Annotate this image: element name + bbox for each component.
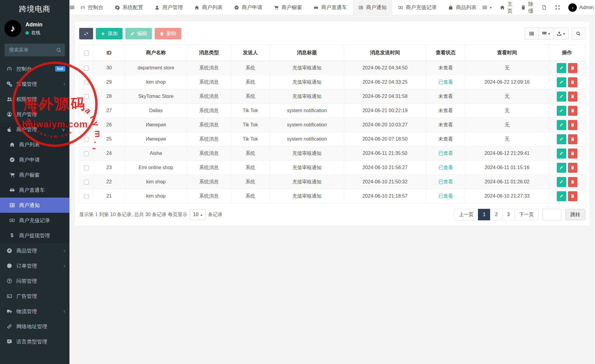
delete-row-button[interactable] (568, 191, 577, 201)
edit-row-button[interactable] (557, 191, 566, 201)
row-checkbox[interactable] (84, 80, 89, 85)
sidebar-item-merchant-recharge-records[interactable]: 商户充值记录 (0, 213, 69, 228)
edit-row-button[interactable] (557, 120, 566, 130)
row-checkbox[interactable] (84, 137, 89, 142)
delete-row-button[interactable] (568, 120, 577, 130)
delete-row-button[interactable] (568, 163, 577, 173)
edit-row-button[interactable] (557, 177, 566, 187)
plus-icon (101, 32, 105, 36)
edit-row-button[interactable] (557, 77, 566, 87)
edit-button[interactable]: 编辑 (125, 28, 152, 39)
sidebar-item-merchant-withdraw-mgmt[interactable]: $商户提现管理 (0, 228, 69, 243)
sidebar-item-general-mgmt[interactable]: 常规管理‹ (0, 76, 69, 92)
page-button-2[interactable]: 2 (490, 209, 503, 220)
truck-icon (6, 309, 13, 314)
cell-status: 已查看 (426, 161, 466, 175)
row-checkbox[interactable] (84, 151, 89, 156)
row-checkbox[interactable] (84, 194, 89, 199)
delete-row-button[interactable] (568, 77, 577, 87)
tab-user-mgmt[interactable]: 用户管理 (149, 0, 189, 15)
sidebar-item-merchant-apply[interactable]: 商户申请 (0, 152, 69, 167)
sidebar-item-product-mgmt[interactable]: 商品管理‹ (0, 243, 69, 258)
toggle-pagination-button[interactable] (525, 28, 539, 40)
columns-button[interactable]: ▾ (538, 28, 554, 40)
fullscreen-button[interactable] (555, 5, 560, 10)
delete-row-button[interactable] (568, 92, 577, 102)
row-checkbox[interactable] (84, 180, 89, 185)
edit-row-button[interactable] (557, 106, 566, 116)
tab-merchant-apply[interactable]: 商户申请 (228, 0, 268, 15)
page-button-3[interactable]: 3 (502, 209, 515, 220)
sidebar-item-language-type-mgmt[interactable]: 语言类型管理 (0, 334, 69, 349)
page-button-1[interactable]: 1 (478, 209, 490, 220)
tab-merchant-notice[interactable]: 商户通知 (353, 0, 392, 15)
cell-status: 未查看 (426, 61, 466, 75)
order-icon (6, 263, 13, 269)
content-area: 添加 编辑 删除 ▾ ▾ (69, 15, 595, 364)
edit-row-button[interactable] (557, 63, 566, 73)
edit-row-button[interactable] (557, 163, 566, 173)
tab-merchant-recharge-records[interactable]: 商户充值记录 (392, 0, 442, 15)
sidebar-item-merchant-notice[interactable]: 商户通知 (0, 198, 69, 213)
sidebar-item-order-mgmt[interactable]: 订单管理‹ (0, 258, 69, 273)
page-size-select[interactable]: 10▴ (190, 209, 206, 220)
sidebar-item-label: 商户直通车 (19, 187, 65, 194)
sidebar-item-user-mgmt[interactable]: 用户管理 (0, 107, 69, 122)
car-icon (8, 187, 15, 193)
add-button[interactable]: 添加 (96, 28, 123, 39)
sidebar-item-label: 权限管理 (16, 96, 64, 103)
sidebar-item-merchant-showcase[interactable]: 商户橱窗 (0, 167, 69, 182)
sidebar-item-merchant-express[interactable]: 商户直通车 (0, 182, 69, 198)
cell-status: 未查看 (426, 104, 466, 118)
delete-button[interactable]: 删除 (155, 28, 181, 39)
table-row: 29kim shop系统消息系统充值审核通知2024-06-22 04:33:2… (79, 75, 585, 89)
home-icon (8, 142, 15, 147)
cell-sent: 2024-06-22 04:31:58 (344, 89, 426, 104)
hot-badge: hot (55, 66, 65, 72)
table-search-button[interactable] (571, 28, 585, 40)
jump-page-input[interactable] (543, 209, 561, 220)
tab-product-list[interactable]: 商品列表 (442, 0, 482, 15)
delete-row-button[interactable] (568, 63, 577, 73)
file-button[interactable] (542, 5, 547, 10)
edit-row-button[interactable] (557, 92, 566, 102)
cell-type: 系统消息 (187, 118, 231, 132)
sidebar-item-permission-mgmt[interactable]: 权限管理‹ (0, 92, 69, 107)
row-checkbox[interactable] (84, 66, 89, 71)
row-checkbox[interactable] (84, 123, 89, 128)
sidebar-item-ad-mgmt[interactable]: 广告管理 (0, 289, 69, 304)
sidebar-item-merchant-mgmt[interactable]: 商户管理∨ (0, 122, 69, 137)
cell-id: 26 (93, 118, 125, 132)
nav-home-button[interactable]: 主页 (500, 1, 513, 15)
row-checkbox[interactable] (84, 165, 89, 170)
row-checkbox[interactable] (84, 94, 89, 99)
sidebar-item-qa-mgmt[interactable]: 问答管理 (0, 273, 69, 289)
row-checkbox[interactable] (84, 109, 89, 113)
sidebar-item-network-address-mgmt[interactable]: 网络地址管理 (0, 319, 69, 334)
next-page-button[interactable]: 下一页 (514, 209, 539, 220)
menu-bars-icon (482, 5, 487, 10)
tab-merchant-showcase[interactable]: 商户橱窗 (268, 0, 308, 15)
sidebar-toggle-button[interactable] (69, 0, 75, 15)
refresh-button[interactable] (79, 28, 93, 39)
tab-system-config[interactable]: 系统配置 (109, 0, 149, 15)
delete-row-button[interactable] (568, 149, 577, 159)
delete-row-button[interactable] (568, 177, 577, 187)
cell-id: 29 (93, 75, 125, 89)
edit-row-button[interactable] (557, 134, 566, 144)
sidebar-item-logistics-mgmt[interactable]: 物流管理‹ (0, 304, 69, 319)
delete-row-button[interactable] (568, 134, 577, 144)
delete-row-button[interactable] (568, 106, 577, 116)
jump-button[interactable]: 跳转 (565, 209, 585, 220)
select-all-checkbox[interactable] (84, 51, 89, 55)
tab-merchant-list[interactable]: 商户列表 (189, 0, 228, 15)
user-menu[interactable]: ♪Admin (568, 3, 594, 12)
sidebar-item-console[interactable]: 控制台hot (0, 61, 69, 76)
sidebar-item-merchant-list[interactable]: 商户列表 (0, 137, 69, 152)
nav-list-menu-button[interactable]: ▾ (482, 5, 492, 10)
tab-merchant-express[interactable]: 商户直通车 (308, 0, 353, 15)
export-button[interactable]: ▾ (553, 28, 569, 40)
tab-console[interactable]: 控制台 (75, 0, 109, 15)
edit-row-button[interactable] (557, 149, 566, 159)
prev-page-button[interactable]: 上一页 (454, 209, 478, 220)
